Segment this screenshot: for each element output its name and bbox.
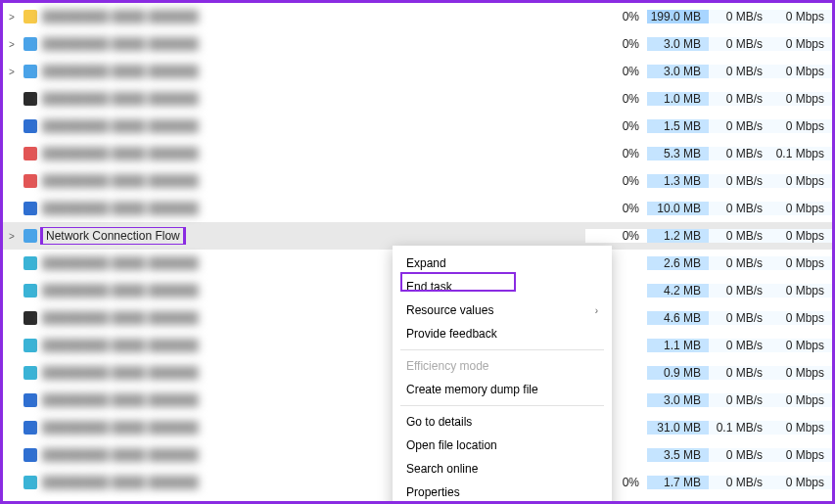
menu-open-location[interactable]: Open file location — [393, 434, 612, 457]
process-name: ████████ ████ ██████ — [40, 119, 585, 133]
expand-toggle[interactable]: > — [3, 67, 21, 77]
process-icon — [21, 393, 40, 407]
context-menu: Expand End task Resource values› Provide… — [393, 246, 612, 504]
process-icon — [21, 92, 40, 106]
process-icon — [21, 421, 40, 435]
expand-toggle[interactable]: > — [3, 39, 21, 50]
disk-cell: 0 MB/s — [709, 229, 770, 243]
process-name: ████████ ████ ██████ — [40, 174, 585, 188]
memory-cell: 3.0 MB — [647, 37, 709, 51]
disk-cell: 0 MB/s — [709, 393, 770, 407]
process-name: ████████ ████ ██████ — [40, 147, 585, 160]
process-icon — [21, 366, 40, 380]
memory-cell: 3.0 MB — [647, 393, 709, 407]
network-cell: 0 Mbps — [770, 476, 832, 489]
memory-cell: 10.0 MB — [647, 202, 709, 215]
menu-end-task[interactable]: End task — [393, 275, 612, 298]
process-icon — [21, 229, 40, 243]
memory-cell: 1.7 MB — [647, 476, 709, 489]
process-icon — [21, 476, 40, 489]
memory-cell: 4.6 MB — [647, 311, 709, 325]
disk-cell: 0 MB/s — [709, 284, 770, 298]
disk-cell: 0 MB/s — [709, 119, 770, 133]
process-icon — [21, 339, 40, 352]
disk-cell: 0 MB/s — [709, 366, 770, 380]
cpu-cell: 0% — [585, 229, 647, 243]
memory-cell: 1.2 MB — [647, 229, 709, 243]
memory-cell: 1.0 MB — [647, 92, 709, 106]
memory-cell: 1.3 MB — [647, 174, 709, 188]
selected-process-highlight: Network Connection Flow — [42, 227, 184, 245]
network-cell: 0 Mbps — [770, 393, 832, 407]
process-row[interactable]: >████████ ████ ██████0%3.0 MB0 MB/s0 Mbp… — [3, 58, 832, 85]
network-cell: 0 Mbps — [770, 229, 832, 243]
menu-resource-values[interactable]: Resource values› — [393, 298, 612, 322]
process-icon — [21, 202, 40, 215]
cpu-cell: 0% — [585, 174, 647, 188]
process-name: Network Connection Flow — [40, 227, 585, 245]
memory-cell: 0.9 MB — [647, 366, 709, 380]
process-row[interactable]: >████████ ████ ██████0%199.0 MB0 MB/s0 M… — [3, 3, 832, 30]
process-row[interactable]: ████████ ████ ██████0%1.3 MB0 MB/s0 Mbps — [3, 167, 832, 195]
menu-search-online[interactable]: Search online — [393, 457, 612, 481]
network-cell: 0 Mbps — [770, 92, 832, 106]
menu-separator — [400, 349, 604, 350]
process-name: ████████ ████ ██████ — [40, 10, 585, 23]
network-cell: 0 Mbps — [770, 10, 832, 23]
process-row[interactable]: >████████ ████ ██████0%3.0 MB0 MB/s0 Mbp… — [3, 30, 832, 58]
process-name: ████████ ████ ██████ — [40, 65, 585, 78]
memory-cell: 31.0 MB — [647, 421, 709, 435]
memory-cell: 199.0 MB — [647, 10, 709, 23]
network-cell: 0 Mbps — [770, 448, 832, 462]
disk-cell: 0 MB/s — [709, 448, 770, 462]
cpu-cell: 0% — [585, 10, 647, 23]
menu-create-dump[interactable]: Create memory dump file — [393, 378, 612, 401]
process-row[interactable]: ████████ ████ ██████0%1.5 MB0 MB/s0 Mbps — [3, 113, 832, 140]
cpu-cell: 0% — [585, 119, 647, 133]
process-row[interactable]: ████████ ████ ██████0%10.0 MB0 MB/s0 Mbp… — [3, 195, 832, 222]
disk-cell: 0 MB/s — [709, 311, 770, 325]
menu-provide-feedback[interactable]: Provide feedback — [393, 322, 612, 345]
network-cell: 0 Mbps — [770, 421, 832, 435]
process-name: ████████ ████ ██████ — [40, 92, 585, 106]
process-icon — [21, 311, 40, 325]
cpu-cell: 0% — [585, 37, 647, 51]
menu-properties[interactable]: Properties — [393, 481, 612, 504]
process-row[interactable]: ████████ ████ ██████0%5.3 MB0 MB/s0.1 Mb… — [3, 140, 832, 167]
memory-cell: 2.6 MB — [647, 256, 709, 270]
expand-toggle[interactable]: > — [3, 231, 21, 242]
network-cell: 0 Mbps — [770, 284, 832, 298]
cpu-cell: 0% — [585, 147, 647, 160]
process-icon — [21, 65, 40, 78]
cpu-cell: 0% — [585, 65, 647, 78]
network-cell: 0 Mbps — [770, 202, 832, 215]
process-icon — [21, 174, 40, 188]
network-cell: 0.1 Mbps — [770, 147, 832, 160]
disk-cell: 0 MB/s — [709, 147, 770, 160]
process-name: ████████ ████ ██████ — [40, 37, 585, 51]
network-cell: 0 Mbps — [770, 311, 832, 325]
menu-efficiency-mode: Efficiency mode — [393, 354, 612, 378]
process-icon — [21, 147, 40, 160]
disk-cell: 0 MB/s — [709, 174, 770, 188]
memory-cell: 3.0 MB — [647, 65, 709, 78]
process-icon — [21, 37, 40, 51]
expand-toggle[interactable]: > — [3, 12, 21, 23]
disk-cell: 0.1 MB/s — [709, 421, 770, 435]
disk-cell: 0 MB/s — [709, 339, 770, 352]
network-cell: 0 Mbps — [770, 256, 832, 270]
process-icon — [21, 256, 40, 270]
disk-cell: 0 MB/s — [709, 202, 770, 215]
process-icon — [21, 119, 40, 133]
menu-go-to-details[interactable]: Go to details — [393, 410, 612, 434]
process-icon — [21, 284, 40, 298]
memory-cell: 1.1 MB — [647, 339, 709, 352]
menu-separator — [400, 405, 604, 406]
chevron-right-icon: › — [595, 305, 598, 316]
process-row[interactable]: ████████ ████ ██████0%1.0 MB0 MB/s0 Mbps — [3, 85, 832, 113]
network-cell: 0 Mbps — [770, 37, 832, 51]
disk-cell: 0 MB/s — [709, 256, 770, 270]
menu-expand[interactable]: Expand — [393, 252, 612, 275]
network-cell: 0 Mbps — [770, 119, 832, 133]
process-icon — [21, 448, 40, 462]
